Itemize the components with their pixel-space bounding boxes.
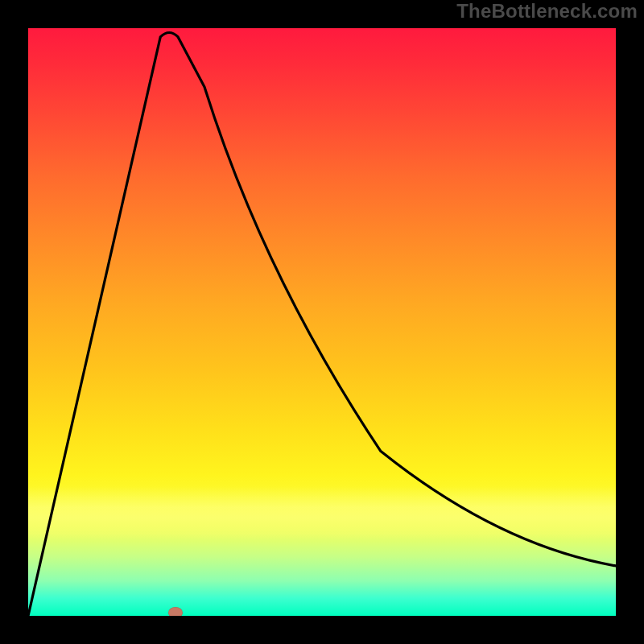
curve-path [28,32,616,616]
watermark-text: TheBottleneck.com [456,0,638,23]
plot-area [28,28,616,616]
bottleneck-curve [28,28,616,616]
vertex-marker [168,607,183,616]
chart-frame: TheBottleneck.com [0,0,644,644]
